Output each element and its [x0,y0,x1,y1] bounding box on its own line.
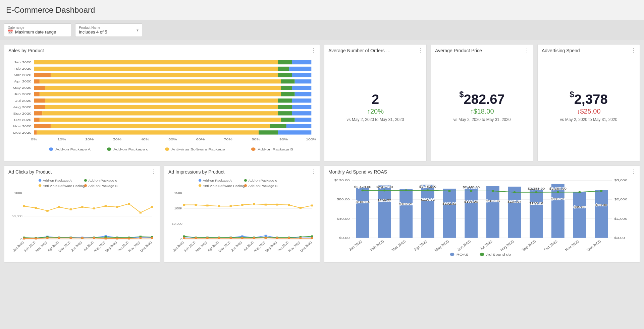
kpi-compare: vs May 2, 2020 to May 31, 2020 [453,117,511,122]
svg-text:70%: 70% [224,138,232,141]
svg-rect-263 [595,190,608,238]
svg-rect-54 [278,111,292,115]
svg-rect-43 [45,98,278,103]
svg-rect-224 [265,237,267,239]
filter-product-name[interactable]: Product Name Includes 4 of 5 ▼ [75,23,142,37]
svg-rect-222 [241,237,243,239]
svg-text:Jan 2020: Jan 2020 [14,61,31,64]
svg-rect-63 [51,124,270,128]
card-menu-icon[interactable]: ⋮ [631,169,636,175]
svg-rect-131 [46,210,48,212]
svg-rect-64 [270,124,286,128]
card-roas: Monthly Ad Spend vs ROAS ⋮ $0.00$40.00$8… [324,166,640,263]
card-avg-orders: Average Number of Orders … ⋮ 2 ↑20% vs M… [324,44,427,161]
svg-rect-261 [573,192,586,238]
svg-point-269 [405,189,408,191]
svg-rect-136 [105,205,107,207]
svg-rect-207 [206,205,208,207]
kpi-compare: vs May 2, 2020 to May 31, 2020 [560,117,618,122]
svg-rect-19 [278,67,289,71]
svg-text:$106.90: $106.90 [464,200,478,203]
svg-rect-57 [34,118,40,122]
svg-rect-67 [34,130,37,134]
svg-rect-32 [34,86,45,90]
svg-text:Nov 2020: Nov 2020 [13,124,31,128]
card-title: Ad Clicks by Product [8,169,156,175]
svg-point-295 [450,253,454,256]
card-title: Sales by Product [8,48,316,53]
svg-text:100K: 100K [14,191,22,195]
svg-text:$2,477.00: $2,477.00 [376,185,393,188]
svg-rect-20 [289,67,311,71]
svg-point-159 [244,184,247,187]
svg-rect-28 [40,79,281,83]
filter-date-range[interactable]: Date range 📅 Maximum date range [4,23,71,37]
filter-date-range-label: Date range [8,26,67,29]
svg-rect-30 [295,79,312,83]
svg-rect-50 [292,105,311,109]
svg-text:Mar 2020: Mar 2020 [391,240,407,252]
svg-rect-228 [311,237,313,239]
svg-text:10%: 10% [57,138,66,141]
svg-text:$2,478.00: $2,478.00 [354,185,371,188]
svg-text:150K: 150K [174,191,182,195]
card-ad-impressions: Ad Impressions by Product ⋮ Add-on Packa… [164,166,320,263]
card-menu-icon[interactable]: ⋮ [631,48,636,53]
card-menu-icon[interactable]: ⋮ [524,48,530,53]
svg-rect-247 [421,185,434,238]
card-menu-icon[interactable]: ⋮ [418,48,423,53]
svg-rect-143 [46,237,48,239]
svg-text:Sep 2020: Sep 2020 [264,241,278,253]
kpi-change: ↓$25.00 [577,108,600,115]
kpi-value: $2,378 [570,92,607,107]
svg-rect-193 [183,236,185,238]
svg-rect-134 [81,206,83,208]
svg-text:Add-on Package A: Add-on Package A [43,179,72,182]
svg-text:ROAS: ROAS [457,253,469,256]
page-title: E-Commerce Dashboard [6,5,638,15]
svg-text:$112.71: $112.71 [551,197,565,200]
svg-rect-218 [195,237,197,239]
svg-text:$109.55: $109.55 [377,199,391,202]
svg-text:$120.00: $120.00 [334,179,350,182]
svg-text:Dec 2020: Dec 2020 [586,240,602,252]
svg-text:Jun 2020: Jun 2020 [14,92,31,96]
svg-rect-139 [140,212,142,214]
svg-text:Add-on Package A: Add-on Package A [55,147,91,151]
svg-rect-18 [34,67,278,71]
svg-text:Jun 2020: Jun 2020 [230,241,243,252]
svg-text:$102.82: $102.82 [442,202,457,205]
svg-point-297 [480,253,484,256]
svg-text:Mar 2020: Mar 2020 [195,241,208,253]
card-menu-icon[interactable]: ⋮ [311,169,316,175]
svg-text:$106.04: $106.04 [356,200,370,203]
kpi-value: $282.67 [459,92,505,107]
svg-text:Aug 2020: Aug 2020 [93,241,106,253]
svg-rect-225 [276,237,278,239]
svg-rect-150 [128,238,130,240]
svg-text:Add-on Package B: Add-on Package B [258,147,293,151]
kpi-change: ↑20% [367,108,384,115]
svg-rect-223 [253,237,255,239]
svg-text:Add-on Package B: Add-on Package B [248,184,277,187]
svg-text:$80.00: $80.00 [337,198,350,201]
card-menu-icon[interactable]: ⋮ [311,48,316,53]
svg-text:May 2020: May 2020 [13,86,32,89]
card-menu-icon[interactable]: ⋮ [151,169,156,175]
svg-rect-217 [183,237,185,239]
svg-text:May 2020: May 2020 [434,240,450,252]
svg-text:Jan 2020: Jan 2020 [347,240,363,251]
svg-point-155 [244,179,247,182]
filter-product-name-label: Product Name [79,26,139,29]
svg-text:Add-on Package c: Add-on Package c [88,179,117,182]
svg-rect-48 [45,105,278,109]
svg-text:$2,448.00: $2,448.00 [463,186,480,189]
svg-rect-243 [378,185,391,238]
svg-rect-45 [292,98,311,103]
svg-rect-148 [105,238,107,240]
svg-rect-22 [34,73,51,77]
svg-rect-245 [399,189,413,238]
svg-text:50,000: 50,000 [172,222,182,225]
svg-text:$95.88: $95.88 [574,205,586,208]
svg-point-85 [84,184,87,187]
